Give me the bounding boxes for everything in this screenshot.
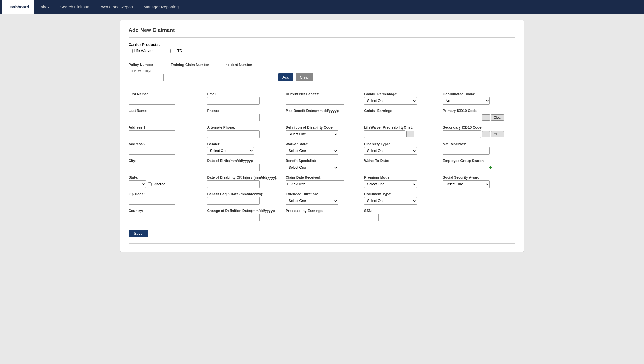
- address2-input[interactable]: [129, 147, 175, 155]
- gender-select[interactable]: Select One: [207, 147, 254, 155]
- address2-field: Address 2:: [129, 142, 201, 155]
- life-waiver-checkbox-label[interactable]: Life Waiver: [129, 49, 153, 53]
- tab-dashboard[interactable]: Dashboard: [2, 0, 34, 14]
- dob-field: Date of Birth:(mm/dd/yyyy):: [207, 159, 280, 171]
- primary-icd10-dots-button[interactable]: ...: [482, 114, 490, 121]
- email-input[interactable]: [207, 97, 260, 105]
- country-input[interactable]: [129, 214, 175, 221]
- address1-field: Address 1:: [129, 125, 201, 138]
- life-waiver-checkbox[interactable]: [129, 49, 133, 53]
- address1-label: Address 1:: [129, 125, 201, 130]
- city-label: City:: [129, 159, 201, 163]
- secondary-icd10-clear-button[interactable]: Clear: [491, 131, 504, 137]
- ltd-checkbox[interactable]: [170, 49, 174, 53]
- benefit-specialist-select[interactable]: Select One: [286, 164, 338, 171]
- tab-manager-reporting[interactable]: Manager Reporting: [138, 0, 184, 14]
- clear-button[interactable]: Clear: [296, 73, 313, 81]
- employee-group-search-label: Employee Group Search:: [443, 159, 515, 163]
- email-label: Email:: [207, 92, 280, 96]
- employee-group-search-plus-icon[interactable]: +: [489, 165, 492, 171]
- phone-input[interactable]: [207, 114, 260, 121]
- current-net-benefit-input[interactable]: [286, 97, 344, 105]
- save-button[interactable]: Save: [129, 230, 148, 237]
- dob-input[interactable]: [207, 164, 260, 171]
- primary-icd10-field: Primary ICD10 Code: ... Clear: [443, 109, 515, 121]
- address2-label: Address 2:: [129, 142, 201, 146]
- policy-number-input[interactable]: [129, 74, 164, 81]
- ssn-dash1: -: [380, 215, 381, 220]
- ignored-label: Ignored: [153, 182, 165, 186]
- predisability-earnings-input[interactable]: [286, 214, 344, 221]
- green-divider: [129, 58, 515, 58]
- coordinated-claim-label: Coordinated Claim:: [443, 92, 515, 96]
- first-name-input[interactable]: [129, 97, 175, 105]
- primary-icd10-clear-button[interactable]: Clear: [491, 114, 504, 121]
- gainful-percentage-field: Gainful Percentage: Select One: [364, 92, 437, 105]
- policy-number-col: Policy Number For New Policy:: [129, 63, 164, 81]
- ssn-part2-input[interactable]: [383, 214, 393, 221]
- ssn-part3-input[interactable]: [397, 214, 411, 221]
- state-select[interactable]: [129, 180, 146, 188]
- waive-to-date-input[interactable]: [364, 164, 417, 171]
- benefit-begin-input[interactable]: [207, 197, 260, 205]
- definition-disability-field: Definition of Disability Code: Select On…: [286, 125, 358, 138]
- extended-duration-label: Extended Duration:: [286, 192, 358, 196]
- max-benefit-date-label: Max Benefit Date:(mm/dd/yyyy):: [286, 109, 358, 113]
- incident-number-input[interactable]: [225, 74, 271, 81]
- add-button[interactable]: Add: [278, 73, 293, 81]
- benefit-begin-field: Benefit Begin Date:(mm/dd/yyyy):: [207, 192, 280, 205]
- policy-number-label: Policy Number: [129, 63, 164, 67]
- premium-mode-select[interactable]: Select One: [364, 180, 417, 188]
- policy-divider: [129, 87, 515, 87]
- tab-workload-report[interactable]: WorkLoad Report: [96, 0, 138, 14]
- claim-date-input[interactable]: [286, 180, 344, 188]
- gainful-earnings-input[interactable]: [364, 114, 417, 121]
- address1-input[interactable]: [129, 130, 175, 138]
- primary-icd10-input[interactable]: [443, 114, 481, 121]
- coordinated-claim-select[interactable]: No: [443, 97, 490, 105]
- tab-search-claimant[interactable]: Search Claimant: [55, 0, 96, 14]
- employee-group-search-input[interactable]: [443, 164, 487, 171]
- premium-mode-field: Premium Mode: Select One: [364, 175, 437, 188]
- extended-duration-select[interactable]: Select One: [286, 197, 338, 205]
- ltd-checkbox-label[interactable]: LTD: [170, 49, 183, 53]
- phone-label: Phone:: [207, 109, 280, 113]
- city-input[interactable]: [129, 164, 175, 171]
- lifewaiver-predisability-input[interactable]: [364, 130, 405, 138]
- lifewaiver-dots-button[interactable]: ...: [406, 131, 414, 137]
- disability-type-select[interactable]: Select One: [364, 147, 417, 155]
- dod-field: Date of Disability OR Injury:(mm/dd/yyyy…: [207, 175, 280, 188]
- social-security-select[interactable]: Select One: [443, 180, 490, 188]
- worker-state-select[interactable]: Select One: [286, 147, 338, 155]
- gainful-percentage-select[interactable]: Select One: [364, 97, 417, 105]
- dod-label: Date of Disability OR Injury:(mm/dd/yyyy…: [207, 175, 280, 180]
- secondary-icd10-field: Secondary ICD10 Code: ... Clear: [443, 125, 515, 138]
- ssn-part1-input[interactable]: [364, 214, 379, 221]
- premium-mode-label: Premium Mode:: [364, 175, 437, 180]
- first-name-label: First Name:: [129, 92, 201, 96]
- change-definition-label: Change of Definition Date:(mm/dd/yyyy):: [207, 209, 280, 213]
- secondary-icd10-dots-button[interactable]: ...: [482, 131, 490, 137]
- incident-number-label: Incident Number: [225, 63, 271, 67]
- dod-input[interactable]: [207, 180, 260, 188]
- secondary-icd10-input[interactable]: [443, 130, 481, 138]
- net-reserves-input[interactable]: [443, 147, 490, 155]
- change-definition-input[interactable]: [207, 214, 260, 221]
- last-name-input[interactable]: [129, 114, 175, 121]
- training-claim-input[interactable]: [171, 74, 217, 81]
- max-benefit-date-input[interactable]: [286, 114, 344, 121]
- navigation: Dashboard Inbox Search Claimant WorkLoad…: [0, 0, 644, 14]
- document-type-select[interactable]: Select One: [364, 197, 417, 205]
- definition-disability-select[interactable]: Select One: [286, 130, 338, 138]
- alt-phone-input[interactable]: [207, 130, 260, 138]
- definition-disability-label: Definition of Disability Code:: [286, 125, 358, 130]
- tab-inbox[interactable]: Inbox: [34, 0, 55, 14]
- city-field: City:: [129, 159, 201, 171]
- employee-group-search-field: Employee Group Search: +: [443, 159, 515, 171]
- zip-input[interactable]: [129, 197, 175, 205]
- training-claim-label: Training Claim Number: [171, 63, 217, 67]
- ignored-checkbox[interactable]: [148, 182, 152, 186]
- current-net-benefit-field: Current Net Benefit:: [286, 92, 358, 105]
- policy-buttons-col: Add Clear: [278, 67, 313, 81]
- coordinated-claim-field: Coordinated Claim: No: [443, 92, 515, 105]
